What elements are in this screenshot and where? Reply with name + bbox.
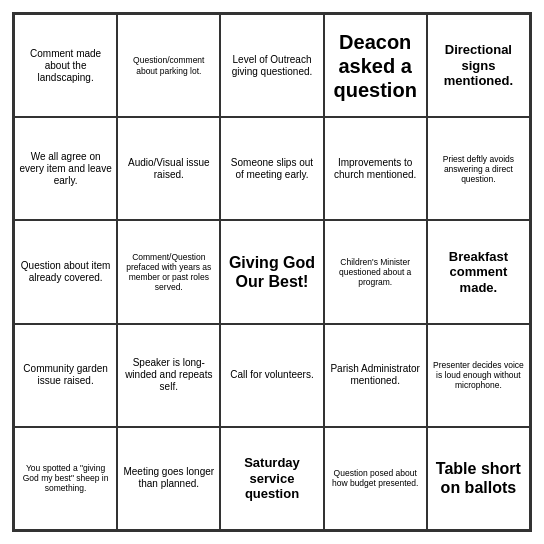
cell-text-12: Giving God Our Best! <box>225 253 318 291</box>
cell-text-21: Meeting goes longer than planned. <box>122 466 215 490</box>
cell-text-10: Question about item already covered. <box>19 260 112 284</box>
cell-0: Comment made about the landscaping. <box>14 14 117 117</box>
cell-20: You spotted a "giving God my best" sheep… <box>14 427 117 530</box>
cell-text-5: We all agree on every item and leave ear… <box>19 151 112 187</box>
cell-10: Question about item already covered. <box>14 220 117 323</box>
cell-text-20: You spotted a "giving God my best" sheep… <box>19 463 112 494</box>
cell-11: Comment/Question prefaced with years as … <box>117 220 220 323</box>
cell-7: Someone slips out of meeting early. <box>220 117 323 220</box>
cell-23: Question posed about how budget presente… <box>324 427 427 530</box>
cell-text-23: Question posed about how budget presente… <box>329 468 422 488</box>
cell-3: Deacon asked a question <box>324 14 427 117</box>
cell-text-11: Comment/Question prefaced with years as … <box>122 252 215 293</box>
cell-9: Priest deftly avoids answering a direct … <box>427 117 530 220</box>
cell-text-17: Call for volunteers. <box>230 369 313 381</box>
cell-text-4: Directional signs mentioned. <box>432 42 525 89</box>
cell-text-9: Priest deftly avoids answering a direct … <box>432 154 525 185</box>
cell-text-18: Parish Administrator mentioned. <box>329 363 422 387</box>
cell-19: Presenter decides voice is loud enough w… <box>427 324 530 427</box>
cell-15: Community garden issue raised. <box>14 324 117 427</box>
cell-text-16: Speaker is long-winded and repeats self. <box>122 357 215 393</box>
cell-text-22: Saturday service question <box>225 455 318 502</box>
cell-16: Speaker is long-winded and repeats self. <box>117 324 220 427</box>
cell-24: Table short on ballots <box>427 427 530 530</box>
cell-13: Children's Minister questioned about a p… <box>324 220 427 323</box>
cell-21: Meeting goes longer than planned. <box>117 427 220 530</box>
cell-text-8: Improvements to church mentioned. <box>329 157 422 181</box>
cell-17: Call for volunteers. <box>220 324 323 427</box>
cell-text-7: Someone slips out of meeting early. <box>225 157 318 181</box>
cell-text-3: Deacon asked a question <box>329 30 422 102</box>
cell-text-6: Audio/Visual issue raised. <box>122 157 215 181</box>
cell-12: Giving God Our Best! <box>220 220 323 323</box>
cell-1: Question/comment about parking lot. <box>117 14 220 117</box>
cell-text-19: Presenter decides voice is loud enough w… <box>432 360 525 391</box>
cell-6: Audio/Visual issue raised. <box>117 117 220 220</box>
cell-5: We all agree on every item and leave ear… <box>14 117 117 220</box>
cell-text-2: Level of Outreach giving questioned. <box>225 54 318 78</box>
cell-4: Directional signs mentioned. <box>427 14 530 117</box>
cell-text-15: Community garden issue raised. <box>19 363 112 387</box>
cell-text-14: Breakfast comment made. <box>432 249 525 296</box>
cell-18: Parish Administrator mentioned. <box>324 324 427 427</box>
cell-text-24: Table short on ballots <box>432 459 525 497</box>
cell-8: Improvements to church mentioned. <box>324 117 427 220</box>
cell-2: Level of Outreach giving questioned. <box>220 14 323 117</box>
cell-text-1: Question/comment about parking lot. <box>122 55 215 75</box>
cell-14: Breakfast comment made. <box>427 220 530 323</box>
cell-text-13: Children's Minister questioned about a p… <box>329 257 422 288</box>
cell-22: Saturday service question <box>220 427 323 530</box>
cell-text-0: Comment made about the landscaping. <box>19 48 112 84</box>
bingo-card: Comment made about the landscaping.Quest… <box>12 12 532 532</box>
